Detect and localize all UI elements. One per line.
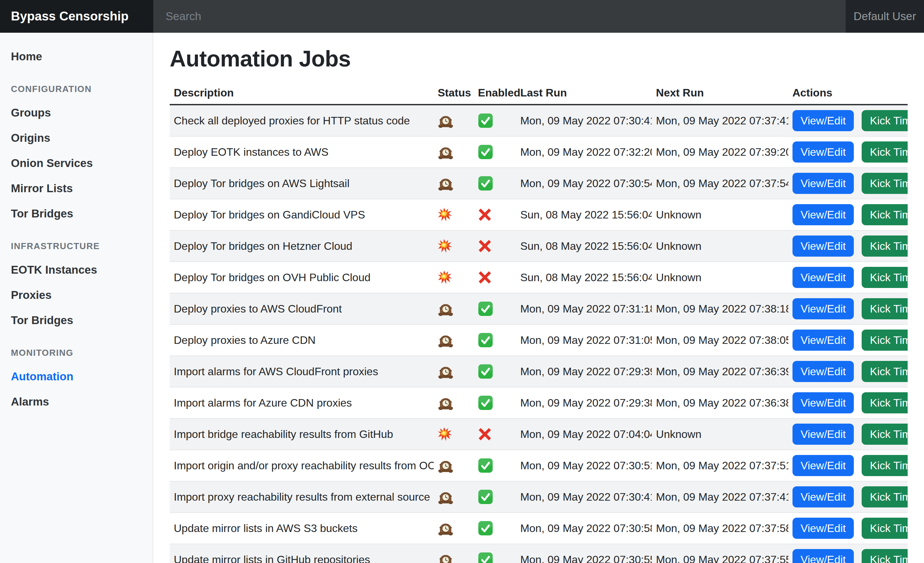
view-edit-button[interactable]: View/Edit: [792, 110, 854, 131]
sidebar-item-eotk-instances[interactable]: EOTK Instances: [0, 262, 153, 278]
kick-timer-button[interactable]: Kick Timer: [862, 204, 908, 225]
kick-timer-button[interactable]: Kick Timer: [862, 423, 908, 445]
col-next-run: Next Run: [652, 82, 788, 105]
sidebar-section-monitoring: MONITORING: [11, 348, 142, 358]
job-enabled-cell: [474, 168, 516, 199]
job-last-run: Mon, 09 May 2022 07:29:38: [516, 387, 652, 419]
sidebar-item-automation[interactable]: Automation: [0, 368, 153, 385]
sidebar-item-origins[interactable]: Origins: [0, 130, 153, 146]
jobs-table: Description Status Enabled Last Run Next…: [170, 82, 908, 563]
view-edit-button[interactable]: View/Edit: [792, 267, 854, 288]
enabled-check-icon: [478, 395, 493, 410]
view-edit-button[interactable]: View/Edit: [792, 549, 854, 563]
job-next-run: Unknown: [652, 419, 788, 450]
job-actions-cell: View/Edit Kick Timer: [788, 168, 908, 199]
kick-timer-button[interactable]: Kick Timer: [862, 110, 908, 131]
sidebar-item-mirror-lists[interactable]: Mirror Lists: [0, 180, 153, 197]
view-edit-button[interactable]: View/Edit: [792, 486, 854, 507]
job-last-run: Mon, 09 May 2022 07:30:54: [516, 168, 652, 199]
sidebar-item-proxies[interactable]: Proxies: [0, 287, 153, 303]
kick-timer-button[interactable]: Kick Timer: [862, 486, 908, 507]
mantelpiece-clock-icon: [438, 145, 453, 159]
job-next-run: Mon, 09 May 2022 07:39:20: [652, 136, 788, 168]
table-row: Deploy Tor bridges on GandiCloud VPS Sun…: [170, 199, 908, 230]
table-row: Deploy proxies to Azure CDN Mon, 09 May …: [170, 324, 908, 356]
view-edit-button[interactable]: View/Edit: [792, 361, 854, 382]
job-status-cell: [434, 136, 474, 168]
job-actions-cell: View/Edit Kick Timer: [788, 387, 908, 419]
kick-timer-button[interactable]: Kick Timer: [862, 518, 908, 539]
job-status-cell: [434, 199, 474, 230]
view-edit-button[interactable]: View/Edit: [792, 392, 854, 413]
job-next-run: Unknown: [652, 262, 788, 293]
col-enabled: Enabled: [474, 82, 516, 105]
table-row: Check all deployed proxies for HTTP stat…: [170, 105, 908, 136]
mantelpiece-clock-icon: [438, 176, 453, 191]
job-status-cell: [434, 450, 474, 481]
kick-timer-button[interactable]: Kick Timer: [862, 298, 908, 319]
kick-timer-button[interactable]: Kick Timer: [862, 361, 908, 382]
job-last-run: Sun, 08 May 2022 15:56:04: [516, 262, 652, 293]
job-actions-cell: View/Edit Kick Timer: [788, 136, 908, 168]
kick-timer-button[interactable]: Kick Timer: [862, 455, 908, 476]
job-enabled-cell: [474, 324, 516, 356]
job-actions-cell: View/Edit Kick Timer: [788, 262, 908, 293]
kick-timer-button[interactable]: Kick Timer: [862, 330, 908, 351]
view-edit-button[interactable]: View/Edit: [792, 173, 854, 194]
job-last-run: Sun, 08 May 2022 15:56:04: [516, 230, 652, 262]
enabled-check-icon: [478, 364, 493, 379]
job-next-run: Mon, 09 May 2022 07:36:39: [652, 356, 788, 387]
kick-timer-button[interactable]: Kick Timer: [862, 173, 908, 194]
sidebar-item-home[interactable]: Home: [0, 48, 153, 65]
sidebar-item-groups[interactable]: Groups: [0, 105, 153, 121]
job-enabled-cell: [474, 481, 516, 513]
view-edit-button[interactable]: View/Edit: [792, 455, 854, 476]
disabled-cross-icon: [478, 239, 492, 253]
job-status-cell: [434, 324, 474, 356]
user-menu[interactable]: Default User: [846, 0, 924, 33]
mantelpiece-clock-icon: [438, 333, 453, 347]
kick-timer-button[interactable]: Kick Timer: [862, 392, 908, 413]
job-actions-cell: View/Edit Kick Timer: [788, 450, 908, 481]
col-last-run: Last Run: [516, 82, 652, 105]
app-brand[interactable]: Bypass Censorship: [0, 0, 153, 33]
view-edit-button[interactable]: View/Edit: [792, 298, 854, 319]
view-edit-button[interactable]: View/Edit: [792, 423, 854, 445]
job-last-run: Mon, 09 May 2022 07:29:39: [516, 356, 652, 387]
enabled-check-icon: [478, 458, 493, 473]
sidebar-item-alarms[interactable]: Alarms: [0, 393, 153, 410]
kick-timer-button[interactable]: Kick Timer: [862, 236, 908, 257]
job-enabled-cell: [474, 387, 516, 419]
main-content: Automation Jobs Description Status Enabl…: [153, 33, 924, 563]
job-actions-cell: View/Edit Kick Timer: [788, 293, 908, 324]
view-edit-button[interactable]: View/Edit: [792, 141, 854, 162]
sidebar-item-tor-bridges[interactable]: Tor Bridges: [0, 206, 153, 222]
view-edit-button[interactable]: View/Edit: [792, 330, 854, 351]
table-row: Deploy proxies to AWS CloudFront Mon, 09…: [170, 293, 908, 324]
enabled-check-icon: [478, 333, 493, 348]
job-status-cell: [434, 168, 474, 199]
view-edit-button[interactable]: View/Edit: [792, 518, 854, 539]
job-description: Check all deployed proxies for HTTP stat…: [170, 105, 434, 136]
job-next-run: Mon, 09 May 2022 07:36:38: [652, 387, 788, 419]
table-row: Deploy EOTK instances to AWS Mon, 09 May…: [170, 136, 908, 168]
search-input[interactable]: [153, 0, 846, 33]
mantelpiece-clock-icon: [438, 458, 453, 473]
kick-timer-button[interactable]: Kick Timer: [862, 549, 908, 563]
job-next-run: Mon, 09 May 2022 07:37:55: [652, 544, 788, 563]
col-actions: Actions: [788, 82, 908, 105]
enabled-check-icon: [478, 521, 493, 536]
job-next-run: Mon, 09 May 2022 07:37:54: [652, 168, 788, 199]
job-description: Update mirror lists in AWS S3 buckets: [170, 513, 434, 544]
sidebar-item-tor-bridges[interactable]: Tor Bridges: [0, 312, 153, 329]
job-actions-cell: View/Edit Kick Timer: [788, 419, 908, 450]
job-description: Deploy Tor bridges on Hetzner Cloud: [170, 230, 434, 262]
kick-timer-button[interactable]: Kick Timer: [862, 267, 908, 288]
view-edit-button[interactable]: View/Edit: [792, 236, 854, 257]
sidebar-item-onion-services[interactable]: Onion Services: [0, 155, 153, 171]
view-edit-button[interactable]: View/Edit: [792, 204, 854, 225]
sidebar: HomeCONFIGURATIONGroupsOriginsOnion Serv…: [0, 33, 153, 563]
table-row: Import bridge reachability results from …: [170, 419, 908, 450]
job-next-run: Mon, 09 May 2022 07:37:41: [652, 481, 788, 513]
kick-timer-button[interactable]: Kick Timer: [862, 141, 908, 162]
